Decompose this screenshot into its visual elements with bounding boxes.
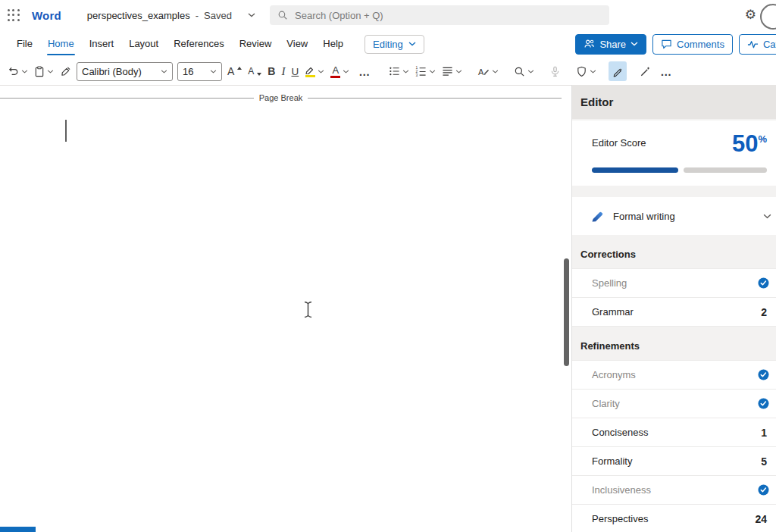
refinements-list: Acronyms Clarity Conciseness 1 Formality… <box>572 360 776 532</box>
issue-count: 24 <box>755 513 769 525</box>
paste-button[interactable] <box>31 61 57 81</box>
numbered-list-button[interactable]: 1 2 3 <box>412 61 439 81</box>
editor-row-grammar[interactable]: Grammar 2 <box>572 298 776 327</box>
issue-count: 1 <box>761 427 769 439</box>
editing-mode-label: Editing <box>373 39 403 50</box>
page-break-line <box>308 98 562 99</box>
ellipsis-icon: … <box>657 65 675 78</box>
account-avatar[interactable] <box>760 4 776 30</box>
corrections-section-title: Corrections <box>580 249 776 260</box>
page-break-marker: Page Break <box>0 93 562 102</box>
tab-layout[interactable]: Layout <box>121 30 166 58</box>
find-button[interactable] <box>511 61 537 81</box>
underline-button[interactable]: U <box>288 61 302 81</box>
chevron-down-icon <box>47 70 54 74</box>
font-size-value: 16 <box>183 66 193 77</box>
score-number: 50 <box>732 132 758 155</box>
issue-count: 2 <box>761 306 769 318</box>
settings-gear-icon[interactable]: ⚙ <box>745 7 756 23</box>
font-size-select[interactable]: 16 <box>177 62 222 81</box>
corrections-list: Spelling Grammar 2 <box>572 268 776 327</box>
refinements-section-title: Refinements <box>580 340 776 352</box>
font-color-button[interactable]: A <box>327 61 352 81</box>
microphone-icon <box>549 66 561 77</box>
bold-glyph: B <box>268 65 275 77</box>
svg-text:3: 3 <box>416 74 418 77</box>
app-launcher-icon[interactable] <box>8 9 20 21</box>
share-button[interactable]: Share <box>575 34 646 55</box>
tab-home[interactable]: Home <box>40 30 82 58</box>
numbered-list-icon: 1 2 3 <box>415 66 427 77</box>
chevron-down-icon <box>492 70 499 74</box>
grow-font-glyph: A <box>227 65 234 77</box>
svg-text:A: A <box>478 67 484 77</box>
check-badge-icon <box>758 369 769 380</box>
highlighter-icon <box>305 66 315 77</box>
chevron-down-icon <box>402 70 409 74</box>
bullet-list-icon <box>389 66 400 77</box>
editing-mode-button[interactable]: Editing <box>365 35 424 54</box>
shrink-font-glyph: A <box>248 66 254 77</box>
tab-view[interactable]: View <box>279 30 315 58</box>
document-canvas[interactable]: Page Break <box>0 86 572 532</box>
catch-up-button[interactable]: Catch up <box>739 34 776 55</box>
editor-row-formality[interactable]: Formality 5 <box>572 447 776 476</box>
editor-score-card[interactable]: Editor Score 50 % <box>572 120 776 186</box>
editor-pen-icon <box>612 66 624 77</box>
search-bar[interactable] <box>270 5 609 25</box>
tab-review[interactable]: Review <box>232 30 280 58</box>
editor-button[interactable] <box>609 61 627 81</box>
editor-row-conciseness[interactable]: Conciseness 1 <box>572 418 776 447</box>
comments-button[interactable]: Comments <box>652 34 733 55</box>
copilot-button[interactable] <box>636 61 654 81</box>
alignment-button[interactable] <box>439 61 465 81</box>
sensitivity-button[interactable] <box>573 61 599 81</box>
writing-style-selector[interactable]: Formal writing <box>572 197 776 235</box>
check-badge-icon <box>758 398 769 409</box>
editor-row-clarity[interactable]: Clarity <box>572 390 776 418</box>
chevron-down-icon <box>21 70 28 74</box>
chevron-down-icon <box>527 70 534 74</box>
ellipsis-icon: … <box>355 65 374 78</box>
document-title[interactable]: perspectives_examples - Saved <box>87 10 255 21</box>
highlight-color-button[interactable] <box>302 61 327 81</box>
search-icon <box>514 66 525 77</box>
document-name: perspectives_examples <box>87 10 190 21</box>
shrink-font-button[interactable]: A <box>245 61 264 81</box>
more-font-options-button[interactable]: … <box>352 61 377 81</box>
issue-count: 5 <box>761 455 769 468</box>
ribbon-right-actions: Share Comments Catch up <box>575 34 776 55</box>
undo-button[interactable] <box>5 61 31 81</box>
chevron-down-icon <box>429 70 436 74</box>
status-bar-fragment <box>0 527 36 532</box>
editor-row-inclusiveness[interactable]: Inclusiveness <box>572 476 776 505</box>
font-name-select[interactable]: Calibri (Body) <box>77 62 173 81</box>
chevron-down-icon <box>763 214 771 219</box>
tab-help[interactable]: Help <box>315 30 351 58</box>
chevron-down-icon <box>161 70 167 74</box>
tab-file[interactable]: File <box>9 30 40 58</box>
more-options-button[interactable]: … <box>654 61 678 81</box>
search-input[interactable] <box>293 9 602 22</box>
tab-references[interactable]: References <box>166 30 231 58</box>
tab-insert[interactable]: Insert <box>82 30 122 58</box>
styles-button[interactable]: A <box>474 61 502 81</box>
format-painter-button[interactable] <box>57 61 74 81</box>
formatting-toolbar: Calibri (Body) 16 A A B I U A … <box>0 58 776 86</box>
italic-button[interactable]: I <box>278 61 288 81</box>
vertical-scrollbar[interactable] <box>562 86 572 532</box>
chevron-down-icon <box>455 70 462 74</box>
font-color-icon: A <box>330 65 340 78</box>
row-label: Spelling <box>592 277 627 289</box>
grow-font-button[interactable]: A <box>224 61 245 81</box>
chevron-down-icon <box>318 70 324 74</box>
app-logo[interactable]: Word <box>32 9 61 22</box>
editor-row-acronyms[interactable]: Acronyms <box>572 361 776 390</box>
scrollbar-thumb[interactable] <box>564 258 569 366</box>
editor-row-perspectives[interactable]: Perspectives 24 <box>572 505 776 532</box>
arrow-up-icon <box>237 67 242 70</box>
bullet-list-button[interactable] <box>386 61 412 81</box>
editor-row-spelling[interactable]: Spelling <box>572 269 776 298</box>
styles-icon: A <box>477 66 490 77</box>
bold-button[interactable]: B <box>264 61 278 81</box>
